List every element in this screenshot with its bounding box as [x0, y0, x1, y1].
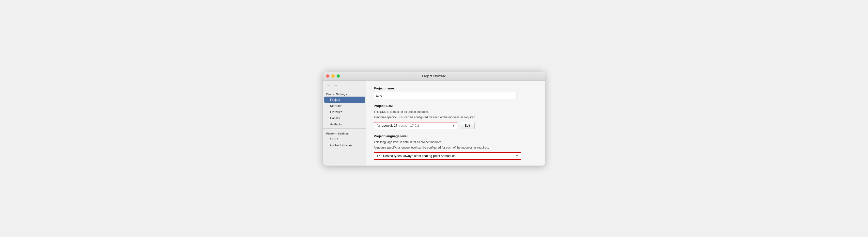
- sdk-dropdown-inner: 🗂 openjdk-17 version 17.0.2: [376, 124, 452, 128]
- nav-buttons: ← →: [323, 81, 366, 90]
- folder-icon: 🗂: [376, 124, 380, 128]
- language-dropdown-arrow: ▼: [516, 155, 518, 157]
- sdk-row: 🗂 openjdk-17 version 17.0.2 ▼ Edit: [374, 122, 537, 129]
- project-settings-header: Project Settings: [323, 90, 366, 97]
- edit-sdk-button[interactable]: Edit: [460, 122, 474, 129]
- titlebar: Project Structure: [323, 72, 545, 81]
- project-structure-window: Project Structure ← → Project Settings P…: [323, 72, 545, 165]
- project-language-desc1: This language level is default for all p…: [374, 140, 537, 144]
- project-language-desc2: A module specific language level can be …: [374, 146, 537, 150]
- sdk-version: version 17.0.2: [399, 124, 419, 127]
- sidebar-item-facets[interactable]: Facets: [323, 115, 366, 121]
- sidebar-item-global-libraries[interactable]: Global Libraries: [323, 142, 366, 148]
- forward-button[interactable]: →: [333, 82, 339, 88]
- maximize-button[interactable]: [337, 74, 340, 78]
- sidebar-item-modules[interactable]: Modules: [323, 103, 366, 109]
- sdk-name: openjdk-17: [381, 124, 397, 127]
- sidebar-item-libraries[interactable]: Libraries: [323, 109, 366, 115]
- sidebar-item-sdks[interactable]: SDKs: [323, 136, 366, 142]
- project-sdk-desc2: A module specific SDK can be configured …: [374, 115, 537, 120]
- window-title: Project Structure: [422, 74, 446, 78]
- sidebar-item-artifacts[interactable]: Artifacts: [323, 121, 366, 127]
- back-button[interactable]: ←: [326, 82, 332, 88]
- language-level-value: 17 - Sealed types, always-strict floatin…: [377, 154, 456, 158]
- language-level-dropdown[interactable]: 17 - Sealed types, always-strict floatin…: [374, 152, 521, 160]
- sidebar-item-project[interactable]: Project: [324, 97, 365, 103]
- project-sdk-label: Project SDK:: [374, 104, 537, 108]
- project-name-label: Project name:: [374, 86, 537, 90]
- project-name-input[interactable]: [374, 92, 517, 99]
- project-sdk-desc1: This SDK is default for all project modu…: [374, 110, 537, 114]
- main-panel: Project name: Project SDK: This SDK is d…: [366, 81, 545, 165]
- sdk-dropdown[interactable]: 🗂 openjdk-17 version 17.0.2 ▼: [374, 122, 457, 129]
- sidebar: ← → Project Settings Project Modules Lib…: [323, 81, 366, 165]
- content-area: ← → Project Settings Project Modules Lib…: [323, 81, 545, 165]
- window-controls: [326, 74, 340, 78]
- minimize-button[interactable]: [332, 74, 335, 78]
- project-language-label: Project language level:: [374, 134, 537, 138]
- platform-settings-header: Platform Settings: [323, 130, 366, 136]
- sidebar-divider: [323, 128, 366, 129]
- close-button[interactable]: [326, 74, 330, 78]
- sdk-dropdown-arrow: ▼: [452, 124, 455, 127]
